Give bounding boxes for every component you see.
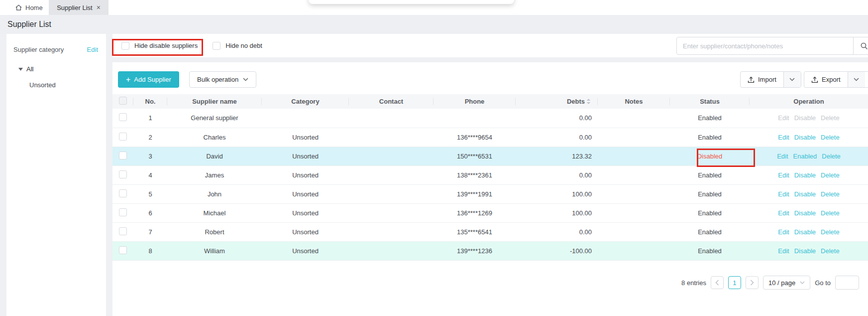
add-supplier-button[interactable]: + Add Supplier [118,71,179,88]
row-checkbox[interactable] [119,113,127,121]
op-delete-link[interactable]: Delete [821,134,840,141]
category-edit-link[interactable]: Edit [87,46,98,53]
op-edit-link[interactable]: Edit [778,171,789,179]
cell-notes [598,109,670,128]
op-delete-link[interactable]: Delete [821,190,840,198]
row-checkbox[interactable] [119,208,127,216]
import-button-group: Import [740,71,801,88]
supplier-category-panel: Supplier category Edit All Unsorted [6,34,106,316]
export-button[interactable]: Export [804,72,848,87]
tab-home[interactable]: Home [15,0,43,15]
export-icon [811,76,818,83]
row-checkbox[interactable] [119,227,127,235]
op-edit-link[interactable]: Edit [778,247,789,255]
cell-category: Unsorted [262,184,349,203]
table-toolbar: + Add Supplier Bulk operation Import [112,62,868,88]
hide-disabled-checkbox[interactable] [121,42,129,50]
export-dropdown-button[interactable] [848,72,865,87]
op-disable-link: Disable [794,114,816,122]
op-delete-link: Delete [821,114,840,122]
top-overlay-card [309,0,514,4]
cell-contact [349,203,434,222]
page-size-label: 10 / page [768,279,795,287]
tab-supplier-list-label: Supplier List [57,4,93,11]
op-delete-link[interactable]: Delete [821,209,840,217]
row-checkbox[interactable] [119,170,127,178]
op-delete-link[interactable]: Delete [821,247,840,255]
bulk-operation-button[interactable]: Bulk operation [189,71,256,88]
tab-supplier-list[interactable]: Supplier List × [49,0,108,15]
chevron-right-icon [750,280,754,286]
column-header-category: Category [262,94,349,109]
op-delete-link[interactable]: Delete [821,171,840,179]
status-text: Enabled [698,134,722,141]
cell-debts: 0.00 [516,109,598,128]
cell-category: Unsorted [262,222,349,241]
status-text: Enabled [698,114,722,122]
page-1-button[interactable]: 1 [728,276,741,289]
op-edit-link[interactable]: Edit [778,134,789,141]
cell-debts: 0.00 [516,222,598,241]
plus-icon: + [126,76,130,84]
prev-page-button[interactable] [711,276,724,289]
table-row: 2CharlesUnsorted136****96540.00EnabledEd… [112,128,868,147]
hide-no-debt-checkbox[interactable] [213,42,220,50]
hide-disabled-suppliers-checkbox-item[interactable]: Hide disable suppliers [121,42,198,50]
cell-supplier-name: David [167,147,262,165]
op-disable-link[interactable]: Disable [794,247,816,255]
cell-operation: EditDisableDelete [750,128,868,147]
tree-node-unsorted[interactable]: Unsorted [29,81,106,89]
cell-notes [598,222,670,241]
cell-debts: 0.00 [516,128,598,147]
cell-no: 8 [133,241,167,260]
op-delete-link[interactable]: Delete [822,153,841,160]
op-edit-link[interactable]: Edit [778,228,789,236]
cell-phone: 136****9654 [434,128,516,147]
import-button[interactable]: Import [741,72,783,87]
close-icon[interactable]: × [97,4,101,11]
tab-bar: Home Supplier List × [0,0,868,15]
op-edit-link[interactable]: Edit [777,153,788,160]
hide-no-debt-checkbox-item[interactable]: Hide no debt [213,42,262,50]
cell-operation: EditDisableDelete [750,165,868,184]
row-checkbox[interactable] [119,152,127,159]
search-button[interactable] [853,37,868,54]
cell-notes [598,128,670,147]
cell-phone: 150****6531 [434,147,516,165]
cell-phone [434,109,516,128]
tree-node-all[interactable]: All [18,65,106,73]
select-all-checkbox[interactable] [119,97,127,105]
op-disable-link[interactable]: Disable [794,228,816,236]
row-checkbox[interactable] [119,246,127,254]
goto-page-input[interactable] [835,276,859,290]
cell-operation: EditDisableDelete [750,184,868,203]
op-disable-link[interactable]: Disable [794,209,816,217]
op-edit-link[interactable]: Edit [778,190,789,198]
column-header-debts[interactable]: Debts [516,94,598,109]
cell-phone: 139****1236 [434,241,516,260]
op-disable-link[interactable]: Disable [794,134,816,141]
table-row: 1General supplier0.00EnabledEditDisableD… [112,109,868,128]
row-checkbox[interactable] [119,189,127,197]
page-size-select[interactable]: 10 / page [763,276,810,290]
import-label: Import [758,76,776,83]
import-dropdown-button[interactable] [783,72,801,87]
caret-down-icon [18,68,23,71]
op-disable-link[interactable]: Disable [794,171,816,179]
supplier-category-title: Supplier category [13,46,64,53]
op-delete-link[interactable]: Delete [821,228,840,236]
add-supplier-label: Add Supplier [134,76,171,83]
cell-contact [349,128,434,147]
hide-disabled-label: Hide disable suppliers [134,42,198,49]
op-edit-link[interactable]: Edit [778,209,789,217]
op-disable-link[interactable]: Disable [794,190,816,198]
row-checkbox[interactable] [119,133,127,141]
cell-debts: 0.00 [516,165,598,184]
op-enabled-link[interactable]: Enabled [793,153,817,160]
status-text: Enabled [698,247,722,255]
next-page-button[interactable] [746,276,759,289]
search-input[interactable] [677,37,853,54]
cell-operation: EditDisableDelete [750,109,868,128]
cell-supplier-name: James [167,165,262,184]
cell-contact [349,241,434,260]
